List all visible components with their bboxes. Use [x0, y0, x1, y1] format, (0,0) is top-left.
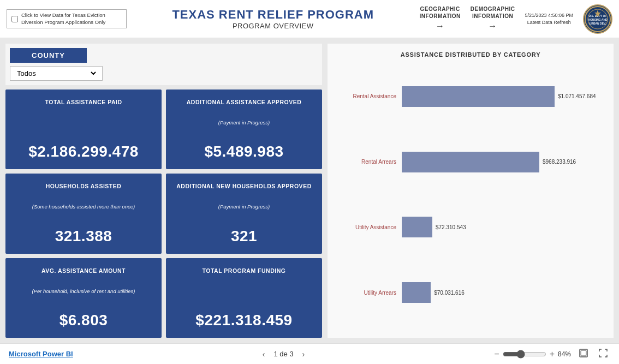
prev-page-button[interactable]: ‹ [259, 349, 269, 360]
stat-card-subtitle-additional-assistance-approved: (Payment in Progress) [174, 120, 314, 126]
county-select[interactable]: Todos [15, 69, 98, 78]
bar-label: Utility Arrears [342, 290, 396, 296]
stat-card-value-avg-assistance-amount: $6.803 [13, 312, 154, 329]
footer-right: − + 84% [494, 348, 610, 360]
hud-logo: U.S. DEPT OF HOUSING AND URBAN DEV. [583, 4, 612, 34]
bar-row: Utility Assistance$72.310.543 [342, 217, 599, 237]
next-page-button[interactable]: › [299, 349, 308, 360]
bar-value: $70.031.616 [434, 290, 465, 296]
stat-card-value-households-assisted: 321.388 [13, 228, 154, 245]
chart-title: ASSISTANCE DISTRIBUTED BY CATEGORY [336, 51, 605, 58]
timestamp-value: 5/21/2023 4:50:06 PM [525, 13, 573, 18]
bar-row: Rental Assistance$1.071.457.684 [342, 86, 599, 107]
fit-page-icon [579, 349, 588, 357]
stat-card-subtitle-households-assisted: (Some households assisted more than once… [13, 204, 154, 210]
stat-card-title-avg-assistance-amount: AVG. ASSISTANCE AMOUNT [13, 267, 154, 275]
stat-card-total-program-funding: TOTAL PROGRAM FUNDING$221.318.459 [166, 258, 322, 338]
bar-value: $72.310.543 [436, 224, 466, 230]
bar [402, 217, 432, 237]
zoom-slider[interactable] [503, 350, 546, 359]
zoom-minus-icon[interactable]: − [494, 349, 499, 359]
bar-row: Rental Arrears$968.233.916 [342, 152, 599, 172]
county-section: COUNTY Todos [5, 44, 322, 85]
demographic-nav[interactable]: DEMOGRAPHIC INFORMATION → [471, 5, 515, 32]
fit-page-button[interactable] [576, 348, 591, 360]
svg-rect-7 [581, 350, 586, 356]
page-info: 1 de 3 [273, 350, 293, 358]
page-navigation: ‹ 1 de 3 › [259, 349, 308, 360]
geographic-nav[interactable]: GEOGRAPHIC INFORMATION → [419, 5, 460, 32]
bar-value: $968.233.916 [543, 159, 576, 165]
stat-card-title-total-assistance-paid: TOTAL ASSISTANCE PAID [13, 98, 154, 106]
stat-card-title-additional-new-households: ADDITIONAL NEW HOUSEHOLDS APPROVED [174, 182, 314, 190]
bar-label: Utility Assistance [342, 224, 396, 230]
demographic-arrow-icon: → [471, 21, 515, 32]
stats-grid: TOTAL ASSISTANCE PAID$2.186.299.478ADDIT… [5, 89, 322, 338]
header-right: GEOGRAPHIC INFORMATION → DEMOGRAPHIC INF… [419, 4, 612, 34]
fullscreen-button[interactable] [596, 348, 610, 360]
main-content: COUNTY Todos TOTAL ASSISTANCE PAID$2.186… [0, 38, 619, 343]
bar-container: $70.031.616 [402, 282, 599, 303]
stat-card-additional-new-households: ADDITIONAL NEW HOUSEHOLDS APPROVED(Payme… [166, 174, 322, 253]
stat-card-avg-assistance-amount: AVG. ASSISTANCE AMOUNT(Per household, in… [5, 258, 162, 338]
bar-label: Rental Assistance [342, 93, 396, 99]
bar-label: Rental Arrears [342, 159, 396, 165]
svg-text:URBAN DEV.: URBAN DEV. [590, 22, 606, 25]
county-select-wrapper[interactable]: Todos [10, 66, 103, 81]
stat-card-subtitle-avg-assistance-amount: (Per household, inclusive of rent and ut… [13, 288, 154, 294]
stat-card-subtitle-additional-new-households: (Payment in Progress) [174, 204, 314, 210]
left-panel: COUNTY Todos TOTAL ASSISTANCE PAID$2.186… [5, 44, 322, 338]
stat-card-total-assistance-paid: TOTAL ASSISTANCE PAID$2.186.299.478 [5, 89, 162, 169]
geographic-nav-label: GEOGRAPHIC INFORMATION [419, 6, 460, 19]
bar-container: $968.233.916 [402, 152, 599, 172]
county-label: COUNTY [10, 48, 87, 63]
page-current: 1 [273, 350, 277, 358]
eviction-diversion-checkbox-area[interactable]: Click to View Data for Texas Eviction Di… [7, 9, 127, 28]
bar-row: Utility Arrears$70.031.616 [342, 282, 599, 303]
stat-card-title-households-assisted: HOUSEHOLDS ASSISTED [13, 182, 154, 190]
stat-card-value-total-program-funding: $221.318.459 [174, 312, 314, 329]
demographic-nav-label: DEMOGRAPHIC INFORMATION [471, 6, 515, 19]
stat-card-title-total-program-funding: TOTAL PROGRAM FUNDING [174, 267, 314, 275]
bar [402, 282, 431, 303]
zoom-percent: 84% [558, 350, 571, 358]
chart-area: Rental Assistance$1.071.457.684Rental Ar… [336, 69, 605, 330]
footer: Microsoft Power BI ‹ 1 de 3 › − + 84% [0, 343, 619, 364]
timestamp-label: Latest Data Refresh [527, 20, 571, 25]
eviction-diversion-label: Click to View Data for Texas Eviction Di… [21, 12, 122, 26]
page-total: 3 [289, 350, 293, 358]
header: Click to View Data for Texas Eviction Di… [0, 0, 619, 38]
zoom-controls: − + 84% [494, 349, 571, 359]
bar-container: $72.310.543 [402, 217, 599, 237]
bar-value: $1.071.457.684 [558, 93, 596, 99]
bar [402, 152, 539, 172]
eviction-diversion-checkbox[interactable] [11, 16, 18, 22]
stat-card-value-additional-assistance-approved: $5.489.983 [174, 143, 314, 160]
sub-title: PROGRAM OVERVIEW [127, 22, 419, 30]
stat-card-value-additional-new-households: 321 [174, 228, 314, 245]
stat-card-additional-assistance-approved: ADDITIONAL ASSISTANCE APPROVED(Payment i… [166, 89, 322, 169]
geographic-arrow-icon: → [419, 21, 460, 32]
bar [402, 86, 555, 107]
main-title: TEXAS RENT RELIEF PROGRAM [127, 8, 419, 22]
fullscreen-icon [599, 349, 608, 357]
stat-card-households-assisted: HOUSEHOLDS ASSISTED(Some households assi… [5, 174, 162, 253]
stat-card-title-additional-assistance-approved: ADDITIONAL ASSISTANCE APPROVED [174, 98, 314, 106]
svg-text:HOUSING AND: HOUSING AND [588, 18, 608, 21]
right-panel: ASSISTANCE DISTRIBUTED BY CATEGORY Renta… [328, 44, 614, 338]
power-bi-link[interactable]: Microsoft Power BI [9, 350, 73, 358]
bar-container: $1.071.457.684 [402, 86, 599, 107]
timestamp-area: 5/21/2023 4:50:06 PM Latest Data Refresh [525, 12, 573, 26]
title-area: TEXAS RENT RELIEF PROGRAM PROGRAM OVERVI… [127, 8, 419, 30]
stat-card-value-total-assistance-paid: $2.186.299.478 [13, 143, 154, 160]
page-separator: de [279, 350, 287, 358]
zoom-plus-icon[interactable]: + [550, 349, 555, 359]
